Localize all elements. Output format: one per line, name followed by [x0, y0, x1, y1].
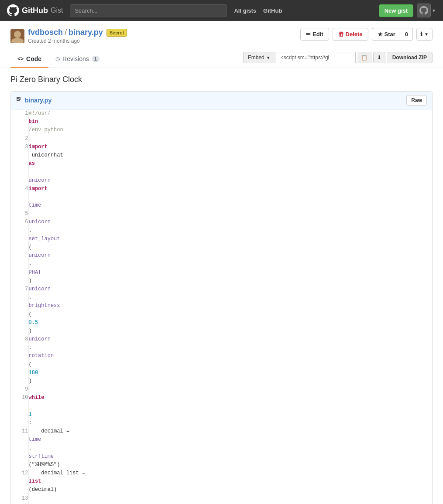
secret-badge: Secret — [106, 29, 127, 37]
line-content — [28, 210, 432, 218]
new-gist-button[interactable]: New gist — [379, 4, 413, 17]
line-content: import unicornhat as unicorn — [28, 143, 432, 185]
gist-meta: fvdbosch / binary.py Secret Created 2 mo… — [0, 21, 443, 44]
line-number: 13 — [11, 494, 28, 503]
star-group: ★ Star 0 — [372, 28, 413, 41]
tabs-bar: <> Code ◷ Revisions 1 Embed ▼ 📋 ⬇ Downlo… — [0, 51, 443, 68]
search-input[interactable] — [70, 4, 227, 17]
line-number: 3 — [11, 143, 28, 185]
clipboard-icon: 📋 — [361, 54, 367, 61]
file-header-left: binary.py — [16, 96, 52, 105]
table-row: 11 decimal = time.strftime("%H%M%S") — [11, 427, 432, 469]
raw-button[interactable]: Raw — [406, 95, 427, 106]
table-row: 12 decimal_list = list(decimal) — [11, 469, 432, 494]
embed-chevron-icon: ▼ — [266, 55, 271, 60]
table-row: 5 — [11, 210, 432, 218]
revisions-count-badge: 1 — [92, 56, 100, 62]
line-content — [28, 385, 432, 394]
pencil-icon: ✏ — [306, 31, 311, 37]
filename-link[interactable]: binary.py — [69, 28, 103, 37]
gist-actions: ✏ Edit 🗑 Delete ★ Star 0 ℹ ▼ — [300, 28, 433, 41]
tab-code[interactable]: <> Code — [10, 51, 48, 68]
code-table: 1#!/usr/bin/env python2 3import unicornh… — [11, 109, 432, 504]
clock-icon: ◷ — [55, 56, 60, 62]
star-button[interactable]: ★ Star — [372, 28, 401, 41]
toolbar: Embed ▼ 📋 ⬇ Download ZIP — [243, 52, 433, 67]
line-number: 8 — [11, 335, 28, 385]
logo-github: GitHub — [22, 6, 48, 15]
star-count-button[interactable]: 0 — [401, 28, 413, 41]
gist-title-section: fvdbosch / binary.py Secret Created 2 mo… — [10, 28, 127, 44]
info-icon: ℹ — [420, 31, 422, 37]
line-content — [28, 135, 432, 143]
trash-icon: 🗑 — [338, 31, 344, 37]
line-number: 9 — [11, 385, 28, 394]
download-icon-button[interactable]: ⬇ — [373, 52, 385, 63]
line-number: 1 — [11, 109, 28, 135]
table-row: 6unicorn.set_layout(unicorn.PHAT) — [11, 218, 432, 285]
line-content: unicorn.rotation(180) — [28, 335, 432, 385]
line-content: while 1: — [28, 394, 432, 427]
user-avatar-button[interactable] — [417, 3, 431, 17]
table-row: 3import unicornhat as unicorn — [11, 143, 432, 185]
line-number: 6 — [11, 218, 28, 285]
gist-owner-avatar — [10, 29, 24, 43]
svg-point-1 — [11, 38, 24, 43]
code-icon: <> — [17, 56, 24, 62]
avatar-image — [10, 29, 24, 43]
tab-code-label: Code — [26, 55, 41, 62]
table-row: 2 — [11, 135, 432, 143]
download-icon: ⬇ — [377, 54, 381, 61]
line-content: decimal_list = list(decimal) — [28, 469, 432, 494]
github-icon — [7, 4, 19, 17]
table-row: 1#!/usr/bin/env python — [11, 109, 432, 135]
chevron-down-icon: ▼ — [432, 8, 436, 13]
line-number: 7 — [11, 285, 28, 335]
table-row: 10while 1: — [11, 394, 432, 427]
copy-embed-button[interactable]: 📋 — [357, 52, 371, 63]
file-icon — [16, 96, 22, 105]
gist-name-block: fvdbosch / binary.py Secret Created 2 mo… — [28, 28, 127, 44]
table-row: 8unicorn.rotation(180) — [11, 335, 432, 385]
site-logo: GitHub Gist — [7, 4, 63, 17]
edit-label: Edit — [313, 31, 323, 37]
line-number: 2 — [11, 135, 28, 143]
gist-created: Created 2 months ago — [28, 38, 127, 44]
tabs: <> Code ◷ Revisions 1 — [10, 51, 106, 68]
delete-button[interactable]: 🗑 Delete — [333, 28, 368, 41]
owner-link[interactable]: fvdbosch — [28, 28, 63, 37]
file-svg-icon — [16, 96, 22, 103]
search-bar[interactable] — [70, 4, 227, 17]
embed-label: Embed — [248, 54, 264, 61]
embed-dropdown-button[interactable]: Embed ▼ — [243, 52, 275, 63]
line-content — [28, 494, 432, 503]
line-content: unicorn.brightness(0.5) — [28, 285, 432, 335]
info-button[interactable]: ℹ ▼ — [416, 28, 433, 41]
line-number: 12 — [11, 469, 28, 494]
user-avatar-icon — [419, 6, 428, 15]
header: GitHub Gist All gists GitHub New gist ▼ — [0, 0, 443, 21]
edit-button[interactable]: ✏ Edit — [300, 28, 329, 41]
download-zip-button[interactable]: Download ZIP — [387, 52, 433, 63]
line-number: 11 — [11, 427, 28, 469]
line-number: 5 — [11, 210, 28, 218]
star-icon: ★ — [378, 31, 383, 37]
file-header: binary.py Raw — [11, 92, 432, 109]
header-actions: New gist ▼ — [379, 3, 436, 17]
line-content: #!/usr/bin/env python — [28, 109, 432, 135]
file-name-link[interactable]: binary.py — [25, 97, 52, 104]
gist-content: Pi Zero Binary Clock binary.py Raw 1#!/u… — [0, 68, 443, 504]
github-link[interactable]: GitHub — [263, 7, 282, 14]
user-menu[interactable]: ▼ — [417, 3, 436, 17]
chevron-down-icon2: ▼ — [424, 32, 429, 37]
table-row: 13 — [11, 494, 432, 503]
embed-input[interactable] — [277, 52, 356, 63]
star-label: Star — [385, 31, 395, 37]
file-block: binary.py Raw 1#!/usr/bin/env python2 3i… — [10, 91, 433, 504]
header-nav: All gists GitHub — [234, 7, 282, 14]
tab-revisions[interactable]: ◷ Revisions 1 — [48, 51, 106, 68]
logo-gist: Gist — [51, 7, 63, 14]
all-gists-link[interactable]: All gists — [234, 7, 256, 14]
breadcrumb-separator: / — [65, 28, 67, 37]
table-row: 7unicorn.brightness(0.5) — [11, 285, 432, 335]
